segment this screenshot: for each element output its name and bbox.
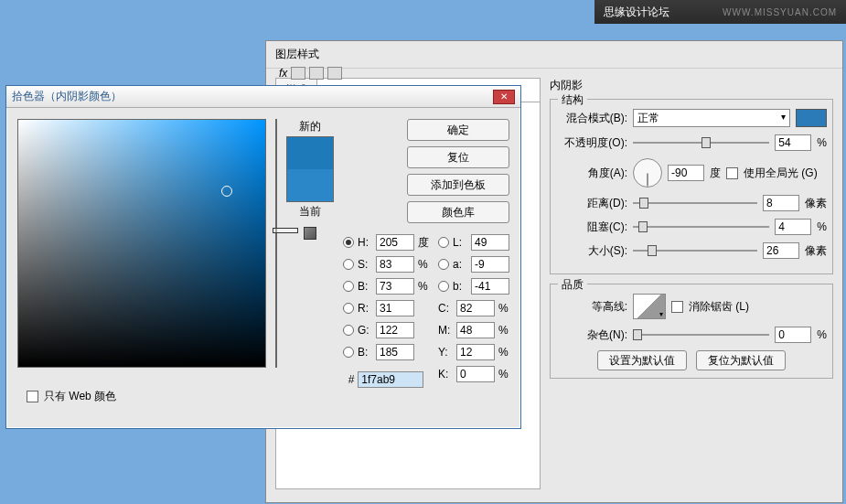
lab-b-radio[interactable] (438, 281, 449, 292)
antialias-label: 消除锯齿 (L) (689, 299, 749, 315)
opacity-slider[interactable] (633, 135, 769, 150)
set-default-button[interactable]: 设置为默认值 (597, 350, 687, 370)
h-unit: 度 (418, 235, 429, 251)
choke-label: 阻塞(C): (556, 220, 627, 235)
m-label: M: (438, 324, 453, 337)
sv-cursor-icon (221, 186, 232, 197)
distance-label: 距离(D): (556, 196, 627, 211)
hex-input[interactable] (358, 371, 423, 388)
color-picker-dialog: 拾色器（内阴影颜色） ✕ 新的 当前 确定 复位 添加到色板 颜色库 H:度 S… (5, 85, 521, 429)
distance-slider[interactable] (633, 196, 757, 210)
y-label: Y: (438, 346, 453, 359)
hash-label: # (348, 373, 355, 386)
s-radio[interactable] (343, 259, 354, 270)
watermark-url: WWW.MISSYUAN.COM (723, 7, 837, 17)
l-label: L: (453, 236, 467, 249)
shadow-color-swatch[interactable] (796, 109, 827, 127)
c-input[interactable] (456, 300, 495, 316)
size-slider[interactable] (633, 243, 757, 258)
s-input[interactable] (376, 256, 414, 273)
k-label: K: (438, 368, 453, 381)
g-radio[interactable] (343, 325, 354, 336)
cube-icon[interactable] (304, 227, 316, 240)
y-input[interactable] (456, 344, 495, 360)
contour-label: 等高线: (556, 299, 627, 315)
reset-default-button[interactable]: 复位为默认值 (696, 350, 786, 370)
k-input[interactable] (456, 366, 495, 382)
b-label: B: (358, 280, 372, 293)
a-label: a: (453, 258, 467, 271)
g-input[interactable] (376, 322, 414, 338)
h-radio[interactable] (343, 237, 354, 248)
layer-style-toolbar: fx (279, 67, 342, 80)
h-label: H: (358, 236, 372, 249)
m-input[interactable] (456, 322, 495, 338)
color-lib-button[interactable]: 颜色库 (407, 201, 509, 223)
b-radio[interactable] (343, 281, 354, 292)
a-input[interactable] (471, 256, 509, 273)
global-light-label: 使用全局光 (G) (744, 166, 818, 181)
opacity-unit: % (817, 136, 827, 149)
hue-slider[interactable] (275, 119, 277, 368)
angle-wheel[interactable] (633, 158, 662, 188)
noise-unit: % (817, 328, 827, 341)
r-input[interactable] (376, 300, 414, 316)
lab-b-input[interactable] (471, 278, 509, 295)
quality-group: 品质 等高线: 消除锯齿 (L) 杂色(N): 0 % 设置为默认值 复位为默认… (550, 284, 833, 379)
blend-mode-dropdown[interactable]: 正常 (633, 109, 790, 127)
noise-slider[interactable] (633, 327, 769, 342)
reset-button[interactable]: 复位 (407, 146, 509, 168)
l-input[interactable] (471, 234, 509, 251)
effect-header: 内阴影 (550, 78, 833, 93)
size-unit: 像素 (805, 243, 827, 259)
structure-legend: 结构 (558, 92, 587, 108)
size-label: 大小(S): (556, 243, 627, 259)
l-radio[interactable] (438, 237, 449, 248)
s-label: S: (358, 258, 372, 271)
ok-button[interactable]: 确定 (407, 119, 509, 141)
color-picker-titlebar[interactable]: 拾色器（内阴影颜色） ✕ (6, 86, 520, 108)
color-picker-title: 拾色器（内阴影颜色） (12, 89, 122, 104)
add-swatch-button[interactable]: 添加到色板 (407, 174, 509, 196)
angle-label: 角度(A): (556, 166, 627, 181)
global-light-checkbox[interactable] (726, 167, 738, 179)
s-unit: % (418, 258, 428, 271)
distance-value[interactable]: 8 (763, 195, 799, 211)
h-input[interactable] (376, 234, 414, 251)
opacity-label: 不透明度(O): (556, 135, 627, 151)
arrow-down-icon[interactable] (309, 67, 324, 80)
layer-style-title: 图层样式 (266, 41, 842, 69)
choke-unit: % (817, 220, 827, 233)
choke-slider[interactable] (633, 220, 769, 234)
trash-icon[interactable] (327, 67, 342, 80)
current-color-swatch[interactable] (287, 169, 333, 201)
r-radio[interactable] (343, 303, 354, 314)
angle-value[interactable]: -90 (668, 165, 704, 181)
antialias-checkbox[interactable] (671, 301, 683, 313)
a-radio[interactable] (438, 259, 449, 270)
watermark-bar: 思缘设计论坛 WWW.MISSYUAN.COM (594, 0, 846, 24)
close-icon[interactable]: ✕ (493, 90, 515, 104)
g-label: G: (358, 324, 372, 337)
r-label: R: (358, 302, 372, 315)
blend-mode-label: 混合模式(B): (556, 111, 627, 126)
distance-unit: 像素 (805, 196, 827, 211)
watermark-cn: 思缘设计论坛 (604, 5, 669, 20)
current-color-label: 当前 (299, 204, 321, 220)
arrow-up-icon[interactable] (291, 67, 305, 80)
web-only-label: 只有 Web 颜色 (44, 389, 116, 404)
web-only-checkbox[interactable] (27, 391, 38, 402)
bv-input[interactable] (376, 344, 414, 360)
lab-b-label: b: (453, 280, 467, 293)
sv-field[interactable] (17, 119, 266, 368)
bv-radio[interactable] (343, 347, 354, 358)
size-value[interactable]: 26 (763, 242, 799, 259)
choke-value[interactable]: 4 (775, 219, 811, 235)
opacity-value[interactable]: 54 (775, 134, 811, 151)
c-label: C: (438, 302, 453, 315)
contour-picker[interactable] (633, 294, 666, 319)
color-swatch-pair (286, 136, 334, 202)
noise-value[interactable]: 0 (775, 327, 811, 343)
b-input[interactable] (376, 278, 414, 295)
structure-group: 结构 混合模式(B): 正常 不透明度(O): 54 % 角度(A): -90 … (550, 99, 833, 274)
